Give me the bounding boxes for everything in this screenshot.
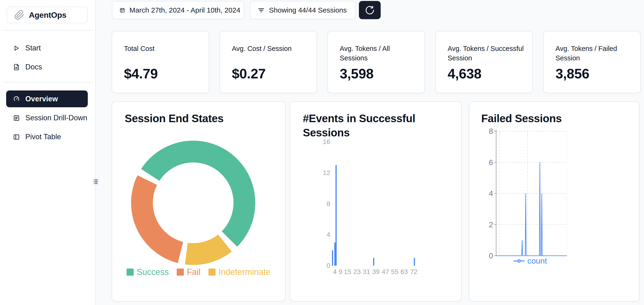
line-legend[interactable]: count — [494, 256, 567, 265]
note-lines-icon — [13, 114, 20, 122]
stat-value: $0.27 — [232, 66, 266, 82]
legend-label: Fail — [187, 267, 200, 277]
bar-plot-area — [331, 140, 451, 266]
filter-lines-icon — [258, 7, 265, 14]
stat-card-avg-tokens-all: Avg. Tokens / All Sessions 3,598 — [328, 31, 425, 93]
stat-value: 3,598 — [340, 66, 374, 82]
events-in-successful-sessions-card: #Events in Successful Sessions 0481216 4… — [290, 101, 462, 301]
line-plot-area[interactable] — [494, 130, 567, 258]
stat-label: Avg. Cost / Session — [232, 44, 311, 53]
stat-label: Avg. Tokens / Failed Session — [556, 44, 635, 63]
app-logo[interactable]: AgentOps — [6, 7, 88, 23]
sidebar-item-overview[interactable]: Overview — [6, 91, 88, 107]
bar[interactable] — [373, 258, 374, 266]
date-range-label: March 27th, 2024 - April 10th, 2024 — [130, 6, 240, 14]
legend-swatch — [177, 268, 184, 276]
sidebar-item-docs[interactable]: Docs — [6, 60, 88, 74]
legend-item-indeterminate[interactable]: Indeterminate — [208, 267, 270, 277]
stat-value: 3,856 — [556, 66, 589, 82]
app-title: AgentOps — [29, 11, 66, 20]
sessions-filter-button[interactable]: Showing 44/44 Sessions — [250, 1, 356, 19]
sidebar-item-label: Docs — [25, 63, 42, 71]
y-tick-label: 8 — [306, 199, 330, 209]
failed-sessions-card: Failed Sessions 02468 count — [469, 101, 640, 301]
sidebar-item-label: Session Drill-Down — [25, 114, 87, 122]
chart-title: Session End States — [125, 111, 224, 126]
paperclip-logo-icon — [14, 10, 24, 20]
count-line-series[interactable] — [496, 162, 567, 256]
x-tick-label: 72 — [406, 268, 422, 276]
y-tick-label: 12 — [306, 168, 330, 178]
sidebar-item-label: Pivot Table — [25, 133, 61, 141]
y-tick-label: 0 — [470, 251, 493, 260]
sessions-filter-label: Showing 44/44 Sessions — [269, 6, 347, 14]
legend-item-success[interactable]: Success — [126, 267, 169, 277]
stat-label: Avg. Tokens / All Sessions — [340, 44, 419, 63]
donut-ring[interactable] — [131, 141, 255, 265]
chart-title: Failed Sessions — [481, 111, 562, 126]
stat-card-avg-tokens-failed: Avg. Tokens / Failed Session 3,856 — [543, 31, 641, 93]
sidebar-item-session-drill-down[interactable]: Session Drill-Down — [6, 111, 88, 125]
sidebar-divider — [2, 30, 94, 31]
legend-swatch — [208, 268, 216, 276]
play-icon — [13, 45, 20, 52]
sidebar-resize-handle[interactable] — [93, 178, 99, 185]
sidebar-item-pivot-table[interactable]: Pivot Table — [6, 130, 88, 144]
legend-swatch — [126, 268, 134, 276]
panel-left-icon — [13, 133, 20, 141]
y-tick-label: 8 — [470, 126, 493, 136]
chart-title: #Events in Successful Sessions — [303, 111, 445, 140]
stat-value: $4.79 — [124, 66, 158, 82]
gauge-icon — [13, 95, 20, 103]
legend-label: count — [527, 256, 547, 265]
donut-legend: Success Fail Indeterminate — [112, 267, 285, 277]
document-icon — [13, 64, 20, 71]
stat-label: Total Cost — [124, 44, 204, 53]
bar[interactable] — [414, 258, 415, 266]
sidebar: AgentOps Start Docs Overview — [0, 0, 96, 305]
legend-label: Success — [136, 267, 169, 277]
sidebar-divider — [2, 82, 94, 83]
legend-marker-icon — [514, 259, 524, 263]
stat-card-avg-tokens-successful: Avg. Tokens / Successful Session 4,638 — [435, 31, 533, 93]
legend-label: Indeterminate — [218, 267, 270, 277]
refresh-button[interactable] — [359, 1, 381, 19]
grip-dots-icon — [95, 179, 97, 184]
stat-label: Avg. Tokens / Successful Session — [448, 44, 527, 63]
bar[interactable] — [336, 165, 337, 266]
sidebar-item-label: Start — [25, 44, 41, 52]
y-tick-label: 4 — [306, 230, 330, 239]
bar[interactable] — [332, 250, 333, 266]
stat-card-total-cost: Total Cost $4.79 — [112, 31, 209, 93]
donut-hole — [153, 162, 234, 243]
session-end-states-card: Session End States Success Fail Indeterm… — [112, 101, 286, 301]
sidebar-item-start[interactable]: Start — [6, 41, 88, 55]
y-tick-label: 4 — [470, 189, 493, 198]
legend-item-fail[interactable]: Fail — [177, 267, 200, 277]
stat-value: 4,638 — [448, 66, 482, 82]
calendar-icon — [120, 7, 125, 13]
date-range-button[interactable]: March 27th, 2024 - April 10th, 2024 — [112, 1, 244, 19]
sidebar-item-label: Overview — [25, 95, 58, 103]
y-tick-label: 2 — [470, 220, 493, 229]
y-tick-label: 16 — [306, 137, 330, 147]
y-tick-label: 6 — [470, 158, 493, 167]
stat-card-avg-cost-session: Avg. Cost / Session $0.27 — [220, 31, 317, 93]
refresh-icon — [365, 5, 375, 15]
